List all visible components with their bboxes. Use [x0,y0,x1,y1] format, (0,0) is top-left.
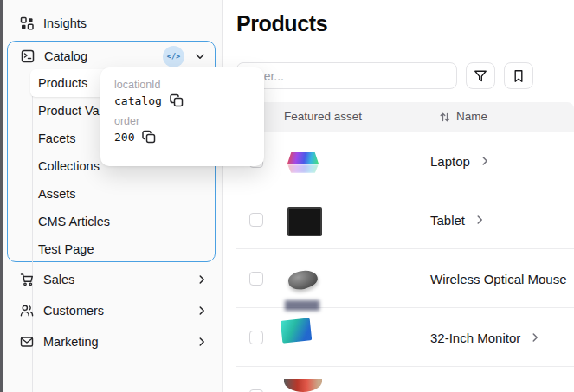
funnel-icon [474,69,487,83]
sidebar-item-label: Sales [43,273,186,286]
sidebar-item-sales[interactable]: Sales [3,267,222,292]
row-checkbox[interactable] [249,213,263,227]
chevron-down-icon[interactable] [194,50,206,62]
column-header-name-label: Name [456,102,487,132]
cart-icon [20,273,34,286]
product-name: Curved Monitor [430,389,519,392]
sidebar-item-insights[interactable]: Insights [3,11,222,35]
copy-icon[interactable] [142,130,156,144]
dashboard-icon [20,16,34,30]
table-header: Featured asset Name [236,102,574,132]
arrow-up-down-icon [439,112,451,123]
row-checkbox[interactable] [249,331,263,344]
filter-button[interactable] [466,62,495,89]
product-name: Laptop [430,154,470,169]
column-header-featured-asset: Featured asset [284,102,362,132]
sidebar: Insights Catalog </> Products [3,0,223,392]
subnav-label: Collections [38,159,100,173]
sidebar-item-cms-articles[interactable]: CMS Articles [30,208,206,235]
table-row[interactable]: Curved Monitor [236,367,574,392]
chevron-right-icon [474,214,486,226]
subnav-label: Assets [38,187,76,201]
page-title: Products [236,11,327,36]
column-header-name[interactable]: Name [439,102,487,132]
table-row[interactable]: 32-Inch Monitor [236,308,574,367]
filter-input[interactable] [236,62,457,89]
users-icon [20,304,34,318]
sidebar-item-label: Insights [43,16,208,30]
copy-icon[interactable] [170,93,184,107]
table-row[interactable]: Wireless Optical Mouse [236,249,574,308]
bookmark-icon [512,69,526,83]
subnav-label: Facets [38,132,76,145]
products-table: Featured asset Name Laptop [236,102,574,392]
product-name: 32-Inch Monitor [430,331,520,345]
chevron-right-icon [479,155,491,167]
sidebar-item-catalog[interactable]: Catalog </> [8,43,215,69]
sidebar-item-marketing[interactable]: Marketing [3,330,222,354]
product-name-link[interactable]: Wireless Optical Mouse [430,249,574,308]
sidebar-item-label: Marketing [43,335,186,349]
chevron-right-icon [196,273,208,286]
sidebar-item-assets[interactable]: Assets [30,180,206,208]
code-icon[interactable]: </> [163,46,184,67]
mail-icon [20,335,34,349]
subnav-label: Test Page [38,242,94,256]
product-name: Wireless Optical Mouse [430,272,567,286]
tooltip-field-value: catalog [114,94,162,107]
sidebar-item-label: Catalog [44,49,153,63]
main-content: Products Featured asset [223,0,574,392]
table-row[interactable]: Laptop [236,132,574,190]
product-name: Tablet [430,213,465,228]
sidebar-item-label: Customers [43,304,186,318]
sidebar-item-customers[interactable]: Customers [3,299,222,323]
sidebar-item-test-page[interactable]: Test Page [30,235,206,263]
subnav-label: CMS Articles [38,215,110,228]
product-name-link[interactable]: Curved Monitor [430,367,540,392]
chevron-right-icon [196,336,208,348]
chevron-right-icon [529,331,541,344]
product-name-link[interactable]: 32-Inch Monitor [430,308,541,367]
terminal-square-icon [21,49,35,63]
chevron-right-icon [196,305,208,317]
toolbar [236,62,533,89]
tooltip-field-value: 200 [114,131,134,144]
row-checkbox[interactable] [249,272,263,286]
tooltip-field-label: order [114,115,250,127]
product-name-link[interactable]: Tablet [430,190,486,249]
tooltip-field-label: locationId [114,79,250,91]
dev-info-tooltip: locationId catalog order 200 [100,67,264,166]
bookmark-button[interactable] [504,62,533,89]
product-name-link[interactable]: Laptop [430,132,491,190]
subnav-label: Products [38,76,87,90]
table-row[interactable]: Tablet [236,190,574,249]
